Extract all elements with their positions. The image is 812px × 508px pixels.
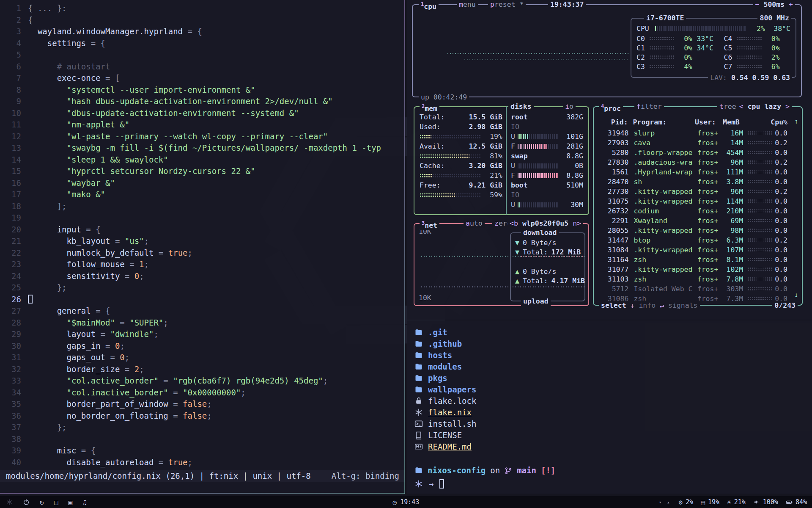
restart-icon[interactable]: ↻ [40,498,44,506]
scroll-down-icon[interactable]: ↓ [794,291,798,299]
process-row[interactable]: 27830.audacious-wrafros+96M0.2 [599,157,797,167]
scroll-up-icon[interactable]: ↑ [794,117,798,125]
code-text: "col.active_border" = "rgb(cba6f7) rgb(9… [28,375,328,387]
net-device-selector[interactable]: <b wlp0s20f0u5 n> [508,218,583,228]
header-user[interactable]: User: [695,117,718,127]
header-mem[interactable]: MemB [718,117,740,127]
header-program[interactable]: Program: [633,117,695,127]
code-token: { [101,39,105,48]
terminal-window[interactable]: .git.githubhostsmodulespkgswallpapersfla… [407,320,812,494]
process-row[interactable]: 31077.kitty-wrappedfros+102M0.0 [599,265,797,274]
process-row[interactable]: 27730.kitty-wrappedfros+96M0.2 [599,187,797,196]
net-auto-toggle[interactable]: auto [464,218,485,228]
code-token: "swaybg -m fill -i $(find ~/Pictures/wal… [28,143,381,152]
preset-button[interactable]: preset * [488,0,526,9]
menu-button[interactable]: menu [457,0,478,9]
code-line: 12 "wl-paste --primary --watch wl-copy -… [0,131,405,143]
process-mem: 98M [721,226,743,235]
process-row[interactable]: 28470shfros+3.8M0.0 [599,177,797,187]
tray-icons[interactable]: ▾ ▴ [659,500,671,505]
cpu-total-pct: 2% [750,25,765,33]
process-cpu-pct: 0.0 [775,196,797,206]
process-row[interactable]: 28055.kitty-wrappedfros+98M0.0 [599,226,797,235]
line-number: 8 [0,84,21,96]
power-icon[interactable] [23,499,30,505]
nix-icon[interactable] [6,499,13,505]
process-row[interactable]: 31948slurpfros+16M0.0 [599,128,797,138]
mem-box-title[interactable]: 2mem [420,102,439,113]
code-token: = [101,329,110,339]
screenshot-icon[interactable]: □ [54,498,58,506]
update-interval-control[interactable]: − 500ms + [753,0,795,9]
process-row[interactable]: 5712Isolated Web Cfros+303M0.0 [599,284,797,294]
line-number: 33 [0,375,21,387]
file-name: flake.lock [428,396,476,406]
code-text: border_size = 2; [28,364,144,375]
code-token: "wl-paste --primary --watch wl-copy --pr… [28,132,328,141]
cpu-box-title[interactable]: 1cpu [419,0,439,11]
header-cpu[interactable]: Cpu% [771,117,797,127]
line-number: 16 [0,177,21,189]
waybar-clock-module[interactable]: ◷ 19:43 [393,498,420,506]
shell-prompt-input-line[interactable]: → [414,478,444,489]
code-token: settings [28,39,91,48]
code-text: wayland.windowManager.hyprland = { [28,26,202,38]
process-row[interactable]: 2291Xwaylandfros+69M0.0 [599,216,797,226]
line-number: 28 [0,317,21,329]
disk-io-label: IO [511,122,519,132]
disks-title[interactable]: disks [508,102,534,111]
module-value: 19% [708,498,719,506]
waybar-module-chip[interactable]: ▤19% [701,498,719,506]
folder-icon [414,328,423,337]
header-pid[interactable]: Pid: [599,117,628,127]
waybar-module-sun[interactable]: ☀21% [727,498,746,506]
code-area[interactable]: 1{ ... }:2{3 wayland.windowManager.hyprl… [0,0,405,468]
process-row[interactable]: 31084.kitty-wrappedfros+107M0.0 [599,245,797,255]
process-user: fros+ [697,167,721,177]
process-row[interactable]: 1561.Hyprland-wrapfros+111M0.0 [599,167,797,177]
mem-meter [420,134,481,139]
process-cpu-graph [747,287,772,291]
net-box-title[interactable]: 3net [420,218,439,230]
editor-window[interactable]: 1{ ... }:2{3 wayland.windowManager.hyprl… [0,0,405,494]
code-line: 9 "hash dbus-update-activation-environme… [0,96,405,108]
file-entry: wallpapers [414,384,476,395]
waybar-module-battery[interactable]: 84% [786,498,807,506]
process-pid: 1561 [599,167,628,177]
filter-button[interactable]: filter [634,102,664,111]
core-usage-meter [737,55,762,59]
process-name: btop [634,235,697,245]
window-icon[interactable]: ▣ [68,498,72,506]
cpu-total-temp: 38°C [768,25,790,33]
process-cpu-graph [747,209,772,213]
code-token: { [105,306,110,315]
process-row[interactable]: 5280.floorp-wrappefros+454M0.0 [599,148,797,157]
code-line: 37 }; [0,422,405,433]
editor-active-border-bottom [0,493,405,494]
code-token: 0 [134,271,139,281]
core-name: C6 [724,53,737,61]
proc-box-title[interactable]: 4proc [599,102,623,113]
process-cpu-graph [747,296,772,301]
code-token: border_part_of_window [28,399,173,409]
process-user: fros+ [697,274,721,284]
code-text: layout = "dwindle"; [28,329,159,340]
tree-toggle[interactable]: tree [717,102,738,111]
process-row[interactable]: 31164zshfros+8.1M0.0 [599,255,797,265]
process-row[interactable]: 31447btopfros+6.3M0.2 [599,235,797,245]
process-row[interactable]: 26732codiumfros+210M0.0 [599,206,797,216]
waybar-module-gear[interactable]: ⚙2% [679,498,694,506]
disk-used-bar [518,202,558,207]
process-row[interactable]: 31103zshfros+7.8M0.0 [599,274,797,284]
proc-footer-keys[interactable]: select ↓ info ↵ signals [599,301,700,310]
process-row[interactable]: 31075.kitty-wrappedfros+114M0.0 [599,196,797,206]
file-entry: pkgs [414,372,476,384]
waybar-module-speaker[interactable]: 100% [753,498,778,506]
btop-window[interactable]: 1cpu menu preset * 19:43:37 − 500ms + i7… [407,0,812,320]
sort-selector[interactable]: < cpu lazy > [737,102,792,111]
music-icon[interactable]: ♫ [82,498,87,506]
io-mode-toggle[interactable]: io [563,102,576,111]
process-row[interactable]: 27903cavafros+14M0.2 [599,138,797,148]
terminal-cursor[interactable] [439,479,444,489]
code-line: 34 "col.inactive_border" = "0x00000000"; [0,387,405,399]
